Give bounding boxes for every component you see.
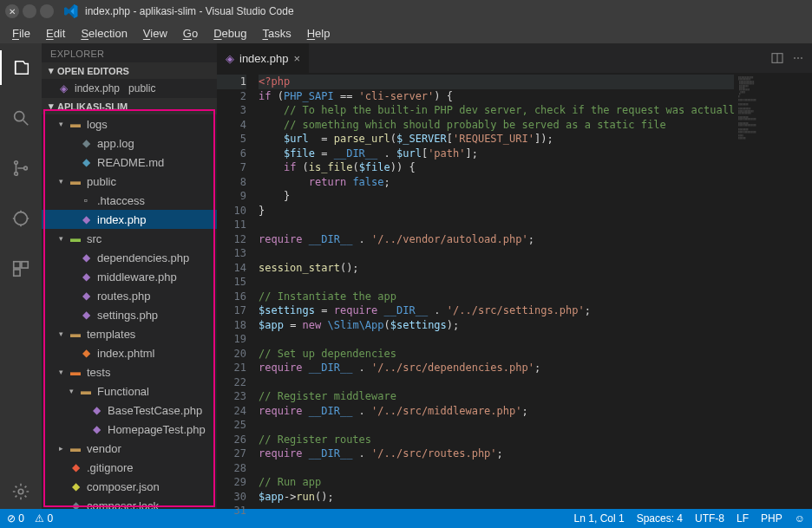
folder-logs[interactable]: ▾▬logs: [42, 114, 217, 134]
minimap[interactable]: ██ ████ ██ █████████████ ████████████ ██…: [734, 73, 812, 509]
menu-tasks[interactable]: Tasks: [255, 25, 298, 42]
status-language[interactable]: PHP: [761, 512, 783, 525]
folder-icon: ▬: [69, 118, 82, 130]
menu-view[interactable]: View: [136, 25, 174, 42]
project-header[interactable]: ▾APLIKASI-SLIM: [42, 98, 217, 114]
file-icon: ◆: [80, 309, 92, 321]
tab-index-php[interactable]: ◈ index.php ×: [217, 43, 310, 73]
folder-icon: ▬: [69, 366, 82, 378]
activity-debug-icon[interactable]: [0, 201, 42, 236]
window-maximize-icon[interactable]: [40, 4, 54, 18]
code-content[interactable]: <?phpif (PHP_SAPI == 'cli-server') { // …: [253, 73, 734, 509]
folder-public[interactable]: ▾▬public: [42, 172, 217, 191]
activity-settings-icon[interactable]: [0, 474, 42, 509]
tree-label: composer.json: [87, 480, 160, 493]
menu-go[interactable]: Go: [176, 25, 205, 42]
activity-search-icon[interactable]: [0, 101, 42, 135]
activity-extensions-icon[interactable]: [0, 251, 42, 286]
folder-src[interactable]: ▾▬src: [42, 229, 217, 248]
file-icon: ◆: [90, 404, 102, 416]
line-gutter: 1234567891011121314151617181920212223242…: [217, 73, 253, 509]
tree-label: logs: [87, 118, 108, 131]
window-title: index.php - aplikasi-slim - Visual Studi…: [85, 5, 294, 17]
editor: ◈ index.php × ⋯ 123456789101112131415161…: [217, 43, 812, 509]
folder-icon: ▬: [69, 442, 82, 454]
status-position[interactable]: Ln 1, Col 1: [574, 512, 625, 525]
file-icon: ◆: [69, 499, 82, 509]
file-icon: ◆: [80, 347, 92, 359]
file-middleware-php[interactable]: ◆middleware.php: [42, 267, 217, 286]
status-errors[interactable]: ⊘ 0: [7, 512, 24, 525]
svg-point-4: [15, 212, 28, 225]
folder-templates[interactable]: ▾▬templates: [42, 324, 217, 343]
open-editors-label: OPEN EDITORS: [57, 66, 129, 76]
folder-tests[interactable]: ▾▬tests: [42, 362, 217, 381]
file-icon: ◆: [80, 251, 92, 264]
file-composer-json[interactable]: ◆composer.json: [42, 477, 217, 496]
open-editors-header[interactable]: ▾OPEN EDITORS: [42, 62, 217, 79]
activity-git-icon[interactable]: [0, 151, 42, 186]
menu-debug[interactable]: Debug: [206, 25, 253, 42]
file-icon: ◆: [80, 213, 92, 225]
tree-label: vendor: [87, 442, 121, 455]
tree-label: templates: [87, 328, 135, 341]
menu-edit[interactable]: Edit: [39, 25, 72, 42]
chevron-down-icon: ▾: [49, 101, 54, 112]
folder-icon: ▬: [69, 175, 82, 187]
tree-label: index.phtml: [97, 347, 154, 360]
window-minimize-icon[interactable]: [23, 4, 36, 18]
file-homepagetest-php[interactable]: ◆HomepageTest.php: [42, 420, 217, 439]
window-close-icon[interactable]: ✕: [5, 4, 19, 18]
file-app-log[interactable]: ◆app.log: [42, 134, 217, 153]
tab-label: index.php: [239, 52, 288, 65]
status-eol[interactable]: LF: [737, 512, 749, 525]
file-icon: ◆: [80, 156, 92, 168]
file-index-php[interactable]: ◆index.php: [42, 210, 217, 229]
php-icon: ◈: [226, 52, 234, 65]
open-editor-filename: index.php: [75, 82, 120, 95]
chevron-down-icon: ▾: [49, 65, 54, 76]
close-icon[interactable]: ×: [293, 52, 300, 65]
warning-count: 0: [47, 512, 53, 525]
statusbar: ⊘ 0 ⚠ 0 Ln 1, Col 1 Spaces: 4 UTF-8 LF P…: [0, 509, 812, 528]
file-readme-md[interactable]: ◆README.md: [42, 153, 217, 172]
folder-icon: ▬: [69, 328, 82, 340]
tree-label: middleware.php: [97, 271, 177, 284]
svg-point-8: [18, 489, 23, 494]
tree-label: Functional: [97, 385, 149, 398]
titlebar: ✕ index.php - aplikasi-slim - Visual Stu…: [0, 0, 812, 23]
svg-point-2: [15, 173, 18, 176]
svg-point-0: [15, 112, 24, 121]
chevron-down-icon: ▾: [57, 177, 64, 186]
window-controls: ✕: [5, 4, 57, 18]
split-editor-icon[interactable]: [770, 51, 784, 65]
file-routes-php[interactable]: ◆routes.php: [42, 286, 217, 305]
error-count: 0: [18, 512, 24, 525]
folder-icon: ▬: [69, 232, 82, 244]
file-index-phtml[interactable]: ◆index.phtml: [42, 343, 217, 362]
menu-selection[interactable]: Selection: [74, 25, 134, 42]
menu-help[interactable]: Help: [300, 25, 337, 42]
chevron-down-icon: ▾: [57, 329, 64, 338]
tree-label: .htaccess: [97, 194, 145, 207]
status-warnings[interactable]: ⚠ 0: [35, 512, 53, 525]
file--htaccess[interactable]: ▫.htaccess: [42, 191, 217, 210]
file-basetestcase-php[interactable]: ◆BaseTestCase.php: [42, 401, 217, 420]
tree-label: BaseTestCase.php: [108, 404, 202, 417]
folder-vendor[interactable]: ▸▬vendor: [42, 439, 217, 458]
minimap-content: ██ ████ ██ █████████████ ████████████ ██…: [738, 76, 809, 139]
more-icon[interactable]: ⋯: [793, 52, 803, 64]
status-indent[interactable]: Spaces: 4: [637, 512, 683, 525]
open-editor-item[interactable]: ◈ index.php public: [42, 79, 217, 98]
activity-explorer-icon[interactable]: [0, 50, 42, 85]
menu-file[interactable]: File: [5, 25, 37, 42]
file-dependencies-php[interactable]: ◆dependencies.php: [42, 248, 217, 267]
folder-functional[interactable]: ▾▬Functional: [42, 381, 217, 401]
status-encoding[interactable]: UTF-8: [695, 512, 724, 525]
file-settings-php[interactable]: ◆settings.php: [42, 305, 217, 324]
tree-label: tests: [87, 366, 110, 379]
file-composer-lock[interactable]: ◆composer.lock: [42, 496, 217, 509]
file--gitignore[interactable]: ◆.gitignore: [42, 458, 217, 477]
tree-label: public: [87, 175, 116, 188]
status-feedback-icon[interactable]: ☺: [795, 512, 805, 525]
